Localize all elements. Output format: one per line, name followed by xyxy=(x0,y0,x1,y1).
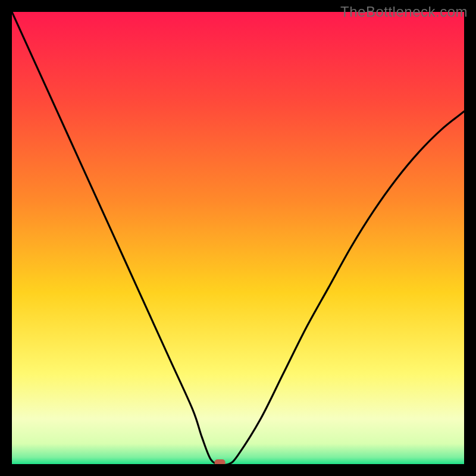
minimum-marker xyxy=(215,459,226,464)
gradient-background xyxy=(12,12,464,464)
watermark-text: TheBottleneck.com xyxy=(340,4,468,20)
bottleneck-curve-chart xyxy=(12,12,464,464)
plot-area xyxy=(12,12,464,464)
chart-frame: TheBottleneck.com xyxy=(0,0,476,476)
